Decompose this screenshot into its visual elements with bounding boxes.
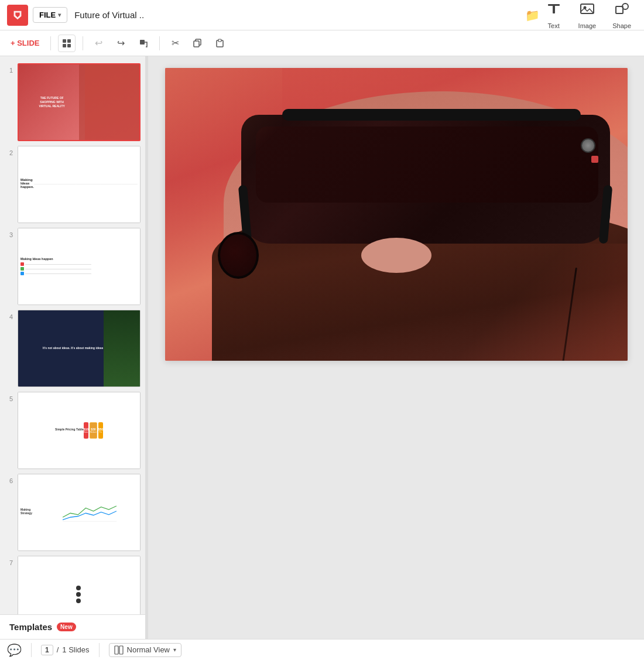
svg-rect-8 — [63, 39, 66, 43]
svg-rect-3 — [553, 4, 555, 13]
svg-rect-19 — [119, 646, 123, 654]
paint-format-button[interactable] — [135, 35, 152, 52]
chevron-down-icon: ▾ — [173, 647, 176, 653]
slide-counter: 1 / 1 Slides — [41, 645, 90, 655]
insert-toolbar: Text Image Shape — [540, 0, 637, 32]
slide-number: 4 — [5, 310, 13, 320]
text-insert-button[interactable]: Text — [540, 0, 568, 32]
slide-number: 3 — [5, 228, 13, 238]
copy-button[interactable] — [189, 35, 207, 52]
slide-total-count: 1 Slides — [62, 645, 89, 654]
slide-thumbnail: Simple Pricing Table $10 Basic $30 Mediu… — [18, 392, 141, 469]
divider-2 — [83, 36, 83, 50]
shape-label: Shape — [612, 22, 631, 29]
slide-item[interactable]: 3 Making Ideas happen — [0, 225, 145, 307]
slide-item[interactable]: 2 Making Ideas happen. — [0, 143, 145, 225]
add-slide-label: + SLIDE — [11, 39, 40, 47]
shape-insert-button[interactable]: Shape — [607, 0, 637, 32]
slide-panel: 1 THE FUTURE OFSHOPPING WITHVIRTUAL REAL… — [0, 56, 145, 639]
text-icon — [546, 1, 562, 21]
slide-number: 6 — [5, 474, 13, 484]
layout-button[interactable] — [58, 35, 76, 52]
toolbar-top: FILE ▾ Future of Virtual .. 📁 Text Im — [0, 0, 644, 30]
slide-thumbnail: Making Strategy — [18, 474, 141, 551]
logo-button[interactable] — [7, 5, 28, 26]
paste-button[interactable] — [211, 35, 229, 52]
status-bar: 💬 1 / 1 Slides Normal View ▾ — [0, 639, 644, 660]
slide-thumbnail: THE FUTURE OFSHOPPING WITHVIRTUAL REALIT… — [18, 63, 141, 141]
cut-button[interactable]: ✂ — [167, 35, 184, 52]
slide-total: / — [57, 645, 59, 654]
normal-view-label: Normal View — [127, 645, 170, 654]
folder-icon[interactable]: 📁 — [525, 8, 540, 22]
undo-button[interactable]: ↩ — [90, 35, 108, 52]
canvas-area — [148, 56, 644, 639]
view-icon — [114, 645, 124, 655]
normal-view-button[interactable]: Normal View ▾ — [109, 643, 181, 657]
slide-thumbnail: It's not about ideas. It's about making … — [18, 310, 141, 387]
document-title[interactable]: Future of Virtual .. — [74, 10, 516, 20]
slide-canvas[interactable] — [165, 68, 628, 361]
new-badge: New — [57, 623, 76, 631]
svg-rect-4 — [581, 4, 594, 13]
image-insert-button[interactable]: Image — [573, 0, 602, 32]
svg-rect-10 — [63, 44, 66, 47]
svg-rect-18 — [115, 646, 118, 654]
slide-number: 7 — [5, 556, 13, 566]
slide-thumbnail — [18, 556, 141, 614]
add-slide-button[interactable]: + SLIDE — [7, 36, 43, 50]
file-label: FILE — [39, 11, 56, 19]
slides-list: 1 THE FUTURE OFSHOPPING WITHVIRTUAL REAL… — [0, 56, 145, 614]
slide-item[interactable]: 1 THE FUTURE OFSHOPPING WITHVIRTUAL REAL… — [0, 61, 145, 143]
text-label: Text — [548, 22, 560, 29]
svg-rect-12 — [140, 40, 145, 45]
slide-item[interactable]: 5 Simple Pricing Table $10 Basic $30 Med… — [0, 389, 145, 471]
slide-item[interactable]: 4 It's not about ideas. It's about makin… — [0, 307, 145, 389]
templates-label: Templates — [9, 622, 52, 632]
shape-icon — [614, 1, 630, 21]
main-area: 1 THE FUTURE OFSHOPPING WITHVIRTUAL REAL… — [0, 56, 644, 639]
svg-rect-14 — [194, 41, 199, 47]
redo-button[interactable]: ↪ — [112, 35, 130, 52]
svg-rect-6 — [616, 6, 623, 13]
status-divider-2 — [99, 643, 100, 657]
templates-footer[interactable]: Templates New — [0, 614, 145, 639]
slide-item[interactable]: 6 Making Strategy — [0, 471, 145, 553]
slide-number: 1 — [5, 63, 13, 74]
svg-rect-9 — [67, 39, 71, 43]
slide-number: 5 — [5, 392, 13, 402]
svg-rect-16 — [218, 39, 221, 42]
divider-1 — [50, 36, 51, 50]
svg-rect-11 — [67, 44, 71, 47]
slide-thumbnail: Making Ideas happen — [18, 228, 141, 305]
slide-item[interactable]: 7 — [0, 553, 145, 614]
chevron-down-icon: ▾ — [58, 12, 61, 18]
toolbar-second: + SLIDE ↩ ↪ ✂ — [0, 30, 644, 56]
chat-icon[interactable]: 💬 — [7, 643, 22, 657]
slide-thumbnail: Making Ideas happen. — [18, 146, 141, 223]
image-icon — [579, 1, 595, 21]
divider-3 — [159, 36, 160, 50]
file-menu-button[interactable]: FILE ▾ — [33, 7, 67, 23]
status-divider-1 — [31, 643, 32, 657]
current-slide-number[interactable]: 1 — [41, 645, 53, 655]
image-label: Image — [578, 22, 597, 29]
slide-number: 2 — [5, 146, 13, 156]
